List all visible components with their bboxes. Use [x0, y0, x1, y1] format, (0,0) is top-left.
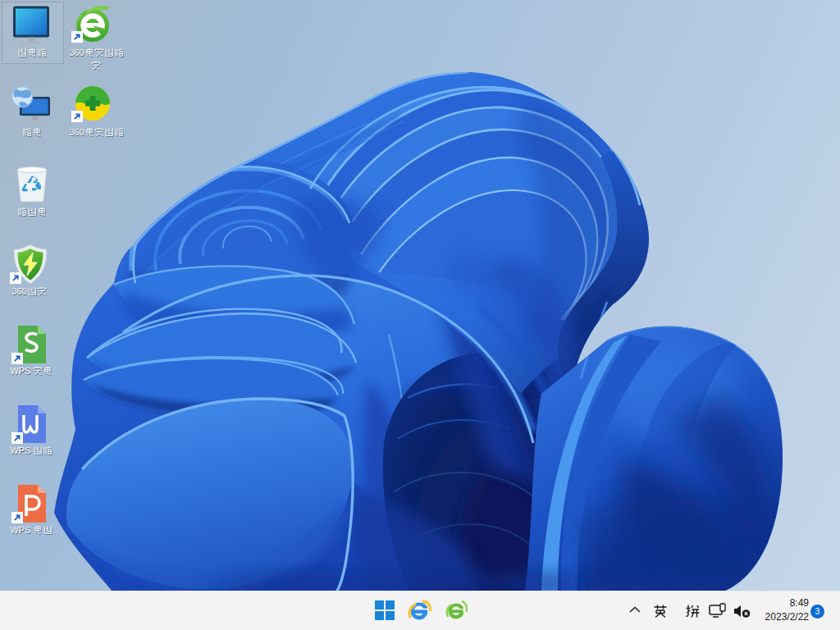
svg-text:WPS: WPS: [10, 445, 30, 455]
svg-text:360: 360: [69, 48, 84, 57]
svg-text:WPS: WPS: [10, 525, 30, 535]
svg-text:360: 360: [69, 127, 84, 137]
svg-text:WPS: WPS: [10, 366, 30, 376]
svg-text:360: 360: [11, 286, 26, 296]
